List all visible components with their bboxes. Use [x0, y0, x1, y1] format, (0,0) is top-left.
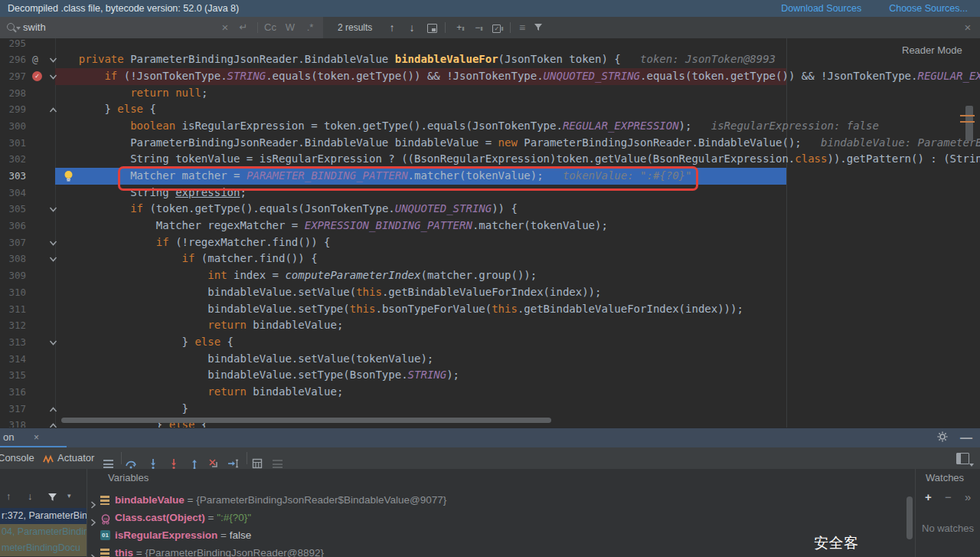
code-line-314[interactable]: 314 bindableValue.setValue(tokenValue);	[0, 351, 980, 368]
next-occurrence-icon[interactable]: ↓	[405, 17, 419, 38]
frame-up-icon[interactable]: ↑	[6, 490, 11, 502]
line-number[interactable]: 316	[0, 384, 26, 401]
add-selection-icon[interactable]: +II	[450, 17, 470, 38]
line-number[interactable]: 295	[0, 38, 26, 51]
line-number[interactable]: 306	[0, 218, 26, 234]
words-toggle[interactable]: W	[283, 17, 298, 38]
line-number[interactable]: 311	[0, 301, 26, 318]
line-number[interactable]: 304	[0, 185, 26, 202]
filter-funnel-icon[interactable]	[531, 17, 545, 38]
line-number[interactable]: 307	[0, 234, 26, 251]
line-number[interactable]: 297	[0, 68, 26, 85]
code-line-308[interactable]: 308 if (matcher.find()) {	[0, 251, 980, 267]
code-line-306[interactable]: 306 Matcher regexMatcher = EXPRESSION_BI…	[0, 218, 980, 234]
line-number[interactable]: 312	[0, 317, 26, 334]
code-line-297[interactable]: 297✓ if (!JsonTokenType.STRING.equals(to…	[0, 68, 980, 85]
editor-horizontal-scrollbar[interactable]	[61, 418, 551, 423]
stack-frame-row[interactable]: r:372, ParameterBin	[0, 508, 87, 524]
match-case-toggle[interactable]: Cc	[263, 17, 278, 38]
code-line-299[interactable]: 299 } else {	[0, 101, 980, 118]
code-line-313[interactable]: 313 } else {	[0, 334, 980, 351]
frames-filter-chevron-icon[interactable]: ▾	[67, 492, 71, 500]
layout-settings-icon[interactable]	[956, 453, 969, 464]
code-editor[interactable]: 295296@ private ParameterBindingJsonRead…	[0, 38, 980, 428]
line-number[interactable]: 317	[0, 401, 26, 418]
search-input[interactable]: swith × ↵ Cc W .*	[0, 17, 323, 38]
tab-console[interactable]: Console	[0, 447, 34, 469]
expand-chevron-icon[interactable]	[90, 549, 96, 557]
download-sources-link[interactable]: Download Sources	[781, 3, 861, 14]
hide-frames-funnel-icon[interactable]	[47, 493, 57, 505]
reader-mode-toggle[interactable]: Reader Mode	[902, 44, 962, 56]
more-watches-icon[interactable]: »	[965, 490, 971, 503]
settings-gear-icon[interactable]	[937, 431, 948, 445]
code-line-305[interactable]: 305 if (token.getType().equals(JsonToken…	[0, 201, 980, 218]
variable-row[interactable]: this = {ParameterBindingJsonReader@8892}	[87, 544, 915, 557]
expand-chevron-icon[interactable]	[90, 496, 96, 509]
breakpoint-icon[interactable]: ✓	[32, 71, 42, 81]
clear-search-icon[interactable]: ×	[219, 17, 231, 38]
close-tab-icon[interactable]: ×	[34, 428, 39, 447]
code-line-298[interactable]: 298 return null;	[0, 85, 980, 102]
line-number[interactable]: 309	[0, 267, 26, 284]
line-number[interactable]: 308	[0, 251, 26, 267]
frame-down-icon[interactable]: ↓	[28, 490, 33, 502]
code-line-309[interactable]: 309 int index = computeParameterIndex(ma…	[0, 267, 980, 284]
expand-chevron-icon[interactable]	[90, 514, 96, 526]
code-line-312[interactable]: 312 return bindableValue;	[0, 317, 980, 334]
method-eval-icon: m	[100, 513, 110, 523]
line-number[interactable]: 296	[0, 51, 26, 68]
code-line-316[interactable]: 316 return bindableValue;	[0, 384, 980, 401]
code-line-311[interactable]: 311 bindableValue.setType(this.bsonTypeF…	[0, 301, 980, 318]
regex-toggle[interactable]: .*	[302, 17, 318, 38]
close-find-bar-icon[interactable]: ×	[962, 17, 974, 38]
select-all-occurrences-icon[interactable]	[427, 24, 437, 33]
stack-frame-row[interactable]: 04, ParameterBindin	[0, 524, 87, 540]
line-number[interactable]: 305	[0, 201, 26, 218]
code-line-296[interactable]: 296@ private ParameterBindingJsonReader.…	[0, 51, 980, 68]
search-results-count: 2 results	[338, 17, 372, 38]
code-line-310[interactable]: 310 bindableValue.setValue(this.getBinda…	[0, 284, 980, 301]
line-number[interactable]: 313	[0, 334, 26, 351]
line-number[interactable]: 310	[0, 284, 26, 301]
line-number[interactable]: 303	[0, 168, 26, 185]
debug-toolbar: Console Actuator	[0, 447, 980, 469]
variable-row[interactable]: bindableValue = {ParameterBindingJsonRea…	[87, 491, 915, 509]
line-number[interactable]: 302	[0, 151, 26, 168]
remove-selection-icon[interactable]: −II	[469, 17, 488, 38]
watermark: 安全客（www.anquanke.com）	[814, 533, 980, 557]
search-query[interactable]: swith	[23, 17, 46, 38]
newline-icon[interactable]: ↵	[237, 17, 250, 38]
line-number[interactable]: 301	[0, 135, 26, 152]
line-number[interactable]: 315	[0, 367, 26, 384]
code-line-302[interactable]: 302 String tokenValue = isRegularExpress…	[0, 151, 980, 168]
line-number[interactable]: 299	[0, 101, 26, 118]
choose-sources-link[interactable]: Choose Sources...	[889, 3, 968, 14]
line-number[interactable]: 318	[0, 417, 26, 428]
line-number[interactable]: 314	[0, 351, 26, 368]
remove-watch-icon[interactable]: −	[945, 490, 952, 503]
search-history-chevron-icon[interactable]	[16, 27, 21, 30]
annotation-icon[interactable]: @	[32, 51, 38, 68]
line-number[interactable]: 300	[0, 118, 26, 135]
code-line-295[interactable]: 295	[0, 38, 980, 51]
hide-panel-icon[interactable]: —	[960, 431, 972, 445]
frames-panel: ↑ ↓ ▾ r:372, ParameterBin04, ParameterBi…	[0, 469, 87, 557]
debug-session-tab[interactable]: on ×	[0, 428, 67, 448]
code-line-301[interactable]: 301 ParameterBindingJsonReader.BindableV…	[0, 135, 980, 152]
code-line-315[interactable]: 315 bindableValue.setType(BsonType.STRIN…	[0, 367, 980, 384]
previous-occurrence-icon[interactable]: ↑	[385, 17, 399, 38]
stack-frame-row[interactable]: meterBindingDocu	[0, 540, 87, 556]
variable-row[interactable]: mClass.cast(Object) = ":#{?0}"	[87, 509, 915, 526]
tab-actuator[interactable]: Actuator	[57, 447, 94, 469]
code-line-300[interactable]: 300 boolean isRegularExpression = token.…	[0, 118, 980, 135]
code-line-307[interactable]: 307 if (!regexMatcher.find()) {	[0, 234, 980, 251]
line-number[interactable]: 298	[0, 85, 26, 102]
toggle-selection-icon[interactable]: ✓II	[488, 17, 508, 38]
editor-vertical-scrollbar[interactable]	[965, 106, 973, 141]
add-watch-icon[interactable]: +	[925, 490, 932, 503]
highlight-annotation-box	[118, 166, 698, 191]
filter-lines-icon[interactable]: ≡	[515, 17, 529, 38]
variable-row[interactable]: 01isRegularExpression = false	[87, 526, 915, 544]
code-line-317[interactable]: 317 }	[0, 401, 980, 418]
